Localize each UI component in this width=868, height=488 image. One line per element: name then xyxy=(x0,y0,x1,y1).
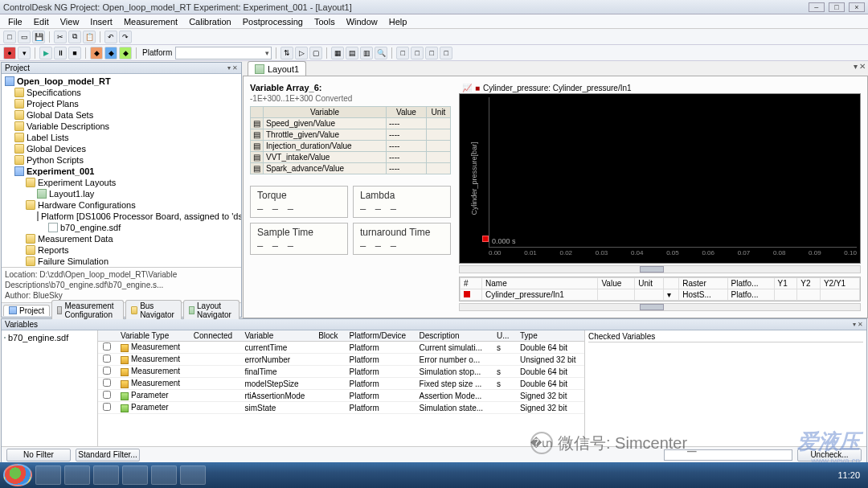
va-row[interactable]: ▤Throttle_given/Value---- xyxy=(251,129,451,141)
tree-node[interactable]: Specifications xyxy=(3,87,240,98)
tool-3[interactable]: □ xyxy=(425,47,438,59)
var-col[interactable]: Block xyxy=(313,330,344,342)
var-col[interactable]: Type xyxy=(515,330,584,342)
var-col[interactable]: Connected xyxy=(189,330,240,342)
tree-node[interactable]: Experiment_001 xyxy=(3,166,240,177)
legend-col[interactable] xyxy=(664,278,679,289)
layout-close-button[interactable]: ✕ xyxy=(859,62,866,71)
var-col[interactable]: Variable xyxy=(240,330,313,342)
menu-view[interactable]: View xyxy=(55,16,84,27)
go-online-button[interactable]: ⇅ xyxy=(280,47,293,59)
va-row-icon[interactable]: ▤ xyxy=(251,118,264,129)
tree-node[interactable]: Reports xyxy=(3,244,240,256)
tree-node[interactable]: Failure Simulation xyxy=(3,256,240,267)
legend-table[interactable]: #NameValueUnitRasterPlatfo...Y1Y2Y2/Y1Cy… xyxy=(460,277,860,301)
va-row[interactable]: ▤Spark_advance/Value---- xyxy=(251,163,451,174)
tool-4[interactable]: □ xyxy=(440,47,452,59)
va-col[interactable]: Unit xyxy=(427,107,451,118)
task-2[interactable] xyxy=(64,465,90,485)
chart-canvas[interactable]: Cylinder_pressure[bar] 0.000 s 0.000.010… xyxy=(459,93,861,264)
chart-hscroll[interactable] xyxy=(459,265,861,273)
project-tab-project[interactable]: Project xyxy=(3,305,50,316)
var-col[interactable]: Variable Type xyxy=(116,330,189,342)
var-row-check[interactable] xyxy=(103,379,111,387)
var-row[interactable]: MeasurementerrorNumberPlatformError numb… xyxy=(98,354,584,366)
legend-col[interactable]: Y2/Y1 xyxy=(820,278,859,289)
va-row-icon[interactable]: ▤ xyxy=(251,129,264,141)
legend-col[interactable]: Value xyxy=(598,278,635,289)
project-tree[interactable]: Open_loop_model_RTSpecificationsProject … xyxy=(2,74,241,267)
tree-node[interactable]: Platform [DS1006 Processor Board, assign… xyxy=(3,211,240,222)
var-row-check[interactable] xyxy=(103,367,111,375)
va-row[interactable]: ▤Speed_given/Value---- xyxy=(251,118,451,129)
start-button[interactable] xyxy=(3,464,32,486)
legend-col[interactable]: Platfo... xyxy=(727,278,774,289)
menu-measurement[interactable]: Measurement xyxy=(119,16,182,27)
no-filter-button[interactable]: No Filter xyxy=(6,449,71,461)
tree-node[interactable]: Label Lists xyxy=(3,132,240,143)
legend-hscroll[interactable] xyxy=(459,303,861,311)
var-col[interactable]: U... xyxy=(492,330,515,342)
var-row-check[interactable] xyxy=(103,342,111,351)
tree-node[interactable]: Variable Descriptions xyxy=(3,121,240,132)
tree-node[interactable]: b70_engine.sdf xyxy=(3,222,240,233)
tree-node[interactable]: Hardware Configurations xyxy=(3,199,240,211)
legend-col[interactable]: Y2 xyxy=(797,278,821,289)
variables-tree[interactable]: b70_engine.sdf xyxy=(2,330,98,446)
legend-row[interactable]: Cylinder_pressure/In1▾HostS...Platfo... xyxy=(461,289,860,301)
layout-dropdown[interactable]: ▾ xyxy=(854,62,858,71)
menu-tools[interactable]: Tools xyxy=(309,16,340,27)
va-col[interactable]: Value xyxy=(387,107,427,118)
stop-measure-button[interactable]: ▢ xyxy=(309,47,322,59)
menu-file[interactable]: File xyxy=(3,16,27,27)
legend-col[interactable]: Raster xyxy=(679,278,727,289)
play-button[interactable]: ▶ xyxy=(39,47,52,59)
copy-button[interactable]: ⧉ xyxy=(68,31,81,43)
va-row[interactable]: ▤Injection_duration/Value---- xyxy=(251,141,451,152)
filter-input[interactable] xyxy=(664,449,792,461)
legend-col[interactable]: Unit xyxy=(635,278,664,289)
menu-edit[interactable]: Edit xyxy=(29,16,54,27)
var-row-check[interactable] xyxy=(103,391,111,399)
pause-button[interactable]: ⏸ xyxy=(54,47,67,59)
layout-tab[interactable]: Layout1 xyxy=(248,61,306,76)
project-root[interactable]: Open_loop_model_RT xyxy=(17,76,111,86)
redo-button[interactable]: ↷ xyxy=(119,31,132,43)
close-button[interactable]: × xyxy=(849,2,865,12)
va-row[interactable]: ▤VVT_intake/Value---- xyxy=(251,152,451,163)
va-row-icon[interactable]: ▤ xyxy=(251,152,264,163)
scroll-thumb[interactable] xyxy=(640,266,664,273)
tree-node[interactable]: Measurement Data xyxy=(3,233,240,244)
marker-1-button[interactable]: ◆ xyxy=(90,47,103,59)
var-row[interactable]: MeasurementmodelStepSizePlatformFixed st… xyxy=(98,378,584,390)
var-row[interactable]: ParametersimStatePlatformSimulation stat… xyxy=(98,402,584,414)
variable-array-table[interactable]: VariableValueUnit▤Speed_given/Value----▤… xyxy=(250,106,451,174)
tree-node[interactable]: Python Scripts xyxy=(3,154,240,166)
scroll-thumb[interactable] xyxy=(640,304,664,310)
paste-button[interactable]: 📋 xyxy=(83,31,96,43)
standard-filter-button[interactable]: Standard Filter... xyxy=(76,449,140,461)
task-6[interactable] xyxy=(180,465,206,485)
open-button[interactable]: ▭ xyxy=(18,31,31,43)
legend-col[interactable]: Name xyxy=(482,278,598,289)
menu-window[interactable]: Window xyxy=(342,16,383,27)
undo-button[interactable]: ↶ xyxy=(104,31,117,43)
variables-tree-item[interactable]: b70_engine.sdf xyxy=(8,333,68,342)
task-5[interactable] xyxy=(151,465,177,485)
stop-button[interactable]: ■ xyxy=(68,47,81,59)
project-tab-layout-navigator[interactable]: Layout Navigator xyxy=(183,300,240,320)
minimize-button[interactable]: – xyxy=(809,2,825,12)
menu-calibration[interactable]: Calibration xyxy=(184,16,236,27)
tree-node[interactable]: Global Devices xyxy=(3,143,240,154)
var-col[interactable]: Platform/Device xyxy=(345,330,415,342)
grid-1-button[interactable]: ▦ xyxy=(331,47,344,59)
new-button[interactable]: □ xyxy=(3,31,16,43)
menu-insert[interactable]: Insert xyxy=(85,16,117,27)
tree-node[interactable]: Project Plans xyxy=(3,98,240,109)
record-menu[interactable]: ▾ xyxy=(18,47,31,59)
va-col[interactable]: Variable xyxy=(264,107,387,118)
var-row[interactable]: MeasurementfinalTimePlatformSimulation s… xyxy=(98,366,584,378)
va-row-icon[interactable]: ▤ xyxy=(251,141,264,152)
tool-2[interactable]: □ xyxy=(411,47,424,59)
legend-col[interactable]: Y1 xyxy=(774,278,797,289)
